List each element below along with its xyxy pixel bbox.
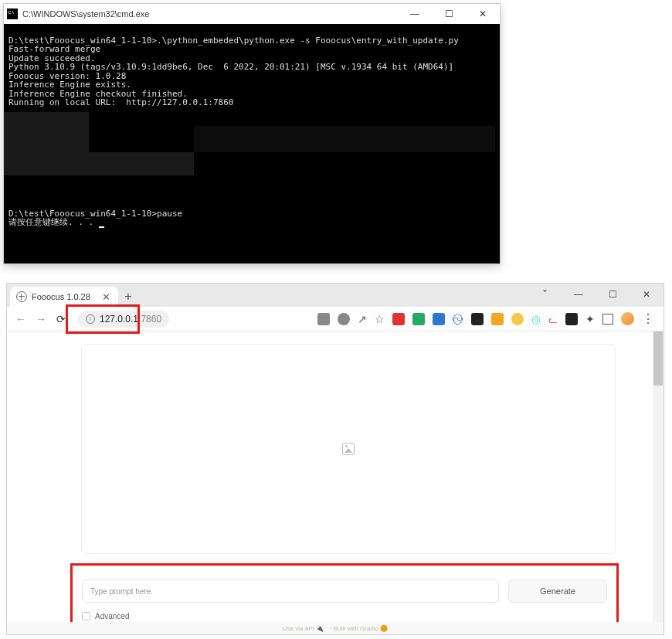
- scrollbar-thumb[interactable]: [653, 331, 663, 386]
- prompt-input[interactable]: Type prompt here.: [82, 580, 499, 603]
- page-footer: Use via API 🔌 · Built with Gradio 🟠: [7, 622, 664, 634]
- cmd-title: C:\WINDOWS\system32\cmd.exe: [22, 9, 398, 19]
- image-output-area[interactable]: [81, 344, 616, 554]
- redacted-region: [4, 152, 194, 175]
- extension-icon[interactable]: ᓚ: [548, 313, 558, 325]
- cmd-output[interactable]: D:\test\Fooocus_win64_1-1-10>.\python_em…: [4, 24, 500, 263]
- browser-minimize-button[interactable]: —: [562, 284, 596, 305]
- translate-icon[interactable]: [317, 313, 330, 325]
- generate-button[interactable]: Generate: [508, 580, 607, 603]
- cmd-icon: [7, 8, 18, 19]
- cmd-cursor: [99, 226, 104, 228]
- footer-gradio[interactable]: · Built with Gradio 🟠: [330, 625, 388, 632]
- extension-icon[interactable]: [412, 313, 425, 325]
- extensions-button[interactable]: ✦: [585, 313, 595, 325]
- globe-icon: [16, 291, 27, 302]
- extension-icon[interactable]: [392, 313, 405, 325]
- page-content: Type prompt here. Generate Advanced Use …: [7, 331, 664, 634]
- browser-window: Fooocus 1.0.28 ✕ + ˅ — ☐ ✕ ← → ⟳ i 127.0…: [6, 283, 664, 635]
- cmd-titlebar[interactable]: C:\WINDOWS\system32\cmd.exe — ☐ ✕: [4, 4, 500, 24]
- url-port: :7860: [138, 314, 161, 325]
- back-button[interactable]: ←: [13, 311, 29, 327]
- cmd-minimize-button[interactable]: —: [398, 4, 432, 24]
- chrome-menu-button[interactable]: ⋮: [642, 311, 654, 326]
- extension-icon[interactable]: [433, 313, 445, 325]
- advanced-label[interactable]: Advanced: [95, 612, 129, 620]
- extension-icon[interactable]: ◎: [531, 313, 541, 325]
- extension-icon[interactable]: ࿊: [453, 313, 463, 325]
- redacted-region: [4, 112, 89, 152]
- browser-tabs-dropdown[interactable]: ˅: [528, 284, 562, 305]
- cmd-window: C:\WINDOWS\system32\cmd.exe — ☐ ✕ D:\tes…: [3, 3, 501, 264]
- browser-close-button[interactable]: ✕: [630, 284, 664, 305]
- extension-icon[interactable]: [491, 313, 504, 325]
- extension-icons: ↗ ☆ ࿊ ◎ ᓚ ✦ ⋮: [174, 311, 657, 326]
- redacted-region: [194, 126, 495, 152]
- bookmark-icon[interactable]: ☆: [375, 313, 385, 325]
- extension-icon[interactable]: [471, 313, 484, 325]
- extension-icon[interactable]: [511, 313, 524, 325]
- forward-button[interactable]: →: [33, 311, 49, 327]
- scrollbar[interactable]: [653, 331, 664, 634]
- cmd-line: 请按任意键继续. . .: [8, 217, 99, 227]
- advanced-checkbox[interactable]: [82, 612, 90, 620]
- tab-strip: Fooocus 1.0.28 ✕ + ˅ — ☐ ✕: [7, 284, 664, 307]
- cmd-line: Running on local URL: http://127.0.0.1:7…: [8, 97, 233, 107]
- side-panel-icon[interactable]: [602, 314, 613, 325]
- tab-close-button[interactable]: ✕: [100, 291, 112, 303]
- profile-avatar[interactable]: [621, 312, 634, 325]
- zoom-icon[interactable]: [338, 313, 350, 325]
- extension-icon[interactable]: [565, 313, 578, 325]
- cmd-maximize-button[interactable]: ☐: [432, 4, 466, 24]
- footer-api[interactable]: Use via API 🔌: [283, 625, 324, 632]
- cmd-close-button[interactable]: ✕: [466, 4, 500, 24]
- url-highlight-box: [66, 304, 140, 334]
- image-placeholder-icon: [342, 443, 355, 455]
- share-icon[interactable]: ↗: [358, 313, 367, 325]
- browser-maximize-button[interactable]: ☐: [596, 284, 630, 305]
- tab-title: Fooocus 1.0.28: [32, 292, 97, 301]
- prompt-placeholder: Type prompt here.: [90, 587, 153, 596]
